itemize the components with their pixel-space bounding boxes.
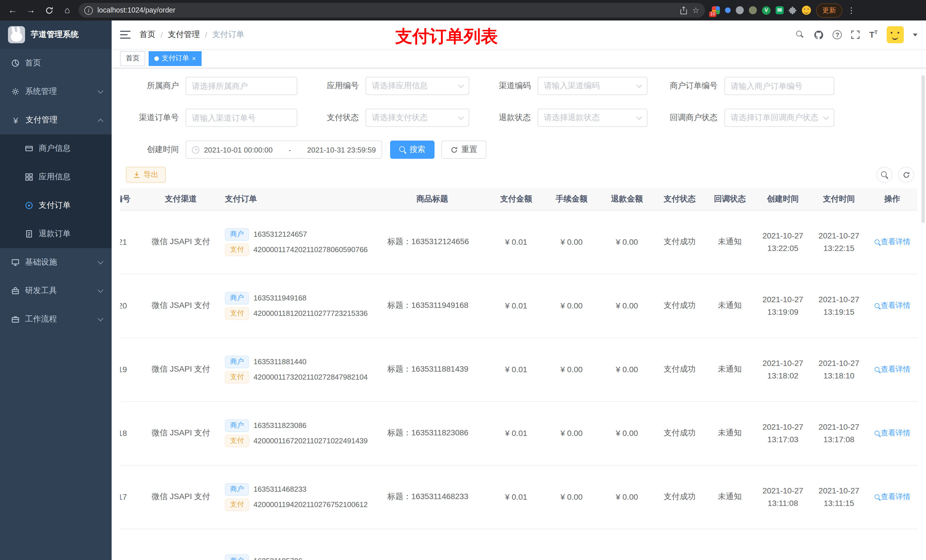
cell-id: 17 bbox=[120, 465, 139, 529]
extension-olive-icon[interactable] bbox=[749, 6, 757, 14]
url-text[interactable]: localhost:1024/pay/order bbox=[97, 6, 676, 14]
font-size-icon[interactable]: TT bbox=[869, 30, 878, 40]
sidebar-item-refund-order[interactable]: 退款订单 bbox=[0, 220, 112, 248]
main-area: 首页 / 支付管理 / 支付订单 支付订单列表 ? TT bbox=[112, 21, 926, 560]
extension-notes-icon[interactable] bbox=[776, 6, 784, 14]
export-button[interactable]: 导出 bbox=[126, 167, 166, 183]
sidebar-item-pay-order[interactable]: 支付订单 bbox=[0, 191, 112, 220]
share-icon[interactable] bbox=[680, 6, 688, 15]
cell-notify-status: 未通知 bbox=[705, 401, 755, 465]
search-icon[interactable] bbox=[796, 30, 805, 39]
channel-code-select[interactable]: 请输入渠道编码 bbox=[538, 77, 648, 95]
cell-amount: ¥ 0.01 bbox=[488, 465, 543, 529]
app-no-select[interactable]: 请选择应用信息 bbox=[366, 77, 469, 95]
grid-icon bbox=[25, 173, 33, 181]
browser-reload-icon[interactable] bbox=[42, 3, 56, 17]
merchant-tag: 商户 bbox=[225, 554, 249, 560]
tab-pay-order[interactable]: 支付订单 × bbox=[149, 51, 201, 66]
browser-forward-icon[interactable]: → bbox=[24, 3, 38, 17]
browser-home-icon[interactable]: ⌂ bbox=[61, 3, 74, 17]
order-number: 163531185786 bbox=[253, 556, 303, 560]
sidebar-item-workflow[interactable]: 工作流程 bbox=[0, 305, 112, 334]
sidebar-item-system[interactable]: 系统管理 bbox=[0, 77, 112, 106]
update-button[interactable]: 更新 bbox=[816, 3, 842, 17]
profile-avatar-icon[interactable] bbox=[802, 6, 811, 15]
notify-status-label: 回调商户状态 bbox=[648, 113, 725, 123]
sidebar-toggle-icon[interactable] bbox=[120, 31, 130, 39]
cell-title: 标题：1635311468233 bbox=[376, 465, 489, 529]
search-button[interactable]: 搜索 bbox=[390, 140, 434, 159]
sidebar-item-app-info[interactable]: 应用信息 bbox=[0, 163, 112, 191]
github-icon[interactable] bbox=[814, 30, 824, 39]
cell-pay-status: 支付成功 bbox=[655, 465, 705, 529]
sidebar-item-devtools[interactable]: 研发工具 bbox=[0, 276, 112, 305]
table-row: 17微信 JSAPI 支付商户1635311468233支付4200001194… bbox=[120, 465, 917, 529]
order-number: 4200001174202110278060590766 bbox=[253, 245, 368, 254]
channel-order-no-label: 渠道订单号 bbox=[126, 113, 186, 123]
cell-pay-time: 2021-10-2713:22:15 bbox=[811, 210, 867, 274]
app-title: 芋道管理系统 bbox=[31, 30, 79, 40]
search-icon bbox=[875, 367, 879, 372]
cell-fee: ¥ 0.00 bbox=[544, 274, 599, 338]
vertical-scrollbar[interactable] bbox=[921, 75, 925, 223]
pay-status-select[interactable]: 请选择支付状态 bbox=[366, 109, 469, 127]
user-avatar[interactable] bbox=[887, 26, 904, 43]
orders-table: 编号支付渠道支付订单商品标题支付金额手续金额退款金额支付状态回调状态创建时间支付… bbox=[120, 189, 917, 560]
help-icon[interactable]: ? bbox=[833, 30, 842, 39]
browser-menu-icon[interactable]: ⋮ bbox=[847, 6, 855, 15]
breadcrumb-home[interactable]: 首页 bbox=[139, 30, 156, 40]
active-dot-icon bbox=[154, 56, 159, 60]
cell-empty bbox=[655, 529, 705, 560]
extension-gray-icon[interactable] bbox=[736, 6, 744, 14]
extension-green-check-icon[interactable]: V bbox=[762, 6, 770, 15]
merchant-order-no-label: 商户订单编号 bbox=[648, 81, 725, 91]
cell-amount: ¥ 0.01 bbox=[488, 338, 543, 401]
reset-button[interactable]: 重置 bbox=[441, 140, 486, 159]
create-time-range-input[interactable]: 2021-10-01 00:00:00 - 2021-10-31 23:59:5… bbox=[186, 140, 382, 159]
cell-fee: ¥ 0.00 bbox=[544, 210, 599, 274]
cell-channel: 微信 JSAPI 支付 bbox=[139, 465, 223, 529]
tab-home[interactable]: 首页 bbox=[120, 51, 145, 66]
sidebar-item-pay[interactable]: ¥ 支付管理 bbox=[0, 106, 112, 134]
cell-action: 查看详情 bbox=[867, 274, 917, 338]
refresh-table-button[interactable] bbox=[898, 167, 914, 183]
browser-back-icon[interactable]: ← bbox=[6, 3, 20, 17]
order-number: 1635311823086 bbox=[253, 421, 306, 430]
close-tab-icon[interactable]: × bbox=[192, 55, 196, 62]
notify-status-select[interactable]: 请选择订单回调商户状态 bbox=[725, 109, 834, 127]
view-detail-link[interactable]: 查看详情 bbox=[874, 365, 910, 373]
cell-create-time: 2021-10-2713:22:05 bbox=[755, 210, 811, 274]
merchant-tag: 商户 bbox=[225, 355, 249, 368]
logo[interactable]: 芋道管理系统 bbox=[0, 21, 112, 49]
view-detail-link[interactable]: 查看详情 bbox=[874, 237, 910, 246]
refund-status-select[interactable]: 请选择退款状态 bbox=[538, 109, 648, 127]
sidebar-item-merchant-info[interactable]: 商户信息 bbox=[0, 134, 112, 163]
cell-pay-order: 商户1635311881440支付42000011732021102728479… bbox=[223, 338, 376, 401]
bookmark-star-icon[interactable]: ☆ bbox=[692, 6, 699, 15]
filter-row-3: 创建时间 2021-10-01 00:00:00 - 2021-10-31 23… bbox=[120, 140, 917, 159]
breadcrumb-pay[interactable]: 支付管理 bbox=[168, 30, 200, 40]
tags-view: 首页 支付订单 × bbox=[112, 49, 926, 68]
merchant-input[interactable] bbox=[186, 77, 297, 95]
date-end[interactable]: 2021-10-31 23:59:59 bbox=[307, 145, 376, 154]
cell-pay-time: 2021-10-2713:18:10 bbox=[811, 338, 867, 401]
site-info-icon[interactable]: i bbox=[84, 6, 93, 15]
cell-action: 查看详情 bbox=[867, 338, 917, 401]
cell-action: 查看详情 bbox=[867, 210, 917, 274]
view-detail-link[interactable]: 查看详情 bbox=[874, 492, 910, 501]
extension-puzzle-icon[interactable] bbox=[789, 6, 797, 14]
fullscreen-icon[interactable] bbox=[851, 30, 860, 39]
toggle-search-button[interactable] bbox=[876, 167, 893, 183]
column-header: 退款金额 bbox=[599, 189, 654, 210]
address-bar[interactable]: i localhost:1024/pay/order ☆ bbox=[79, 3, 705, 18]
merchant-order-no-input[interactable] bbox=[725, 77, 834, 95]
view-detail-link[interactable]: 查看详情 bbox=[874, 429, 910, 437]
sidebar-item-home[interactable]: 首页 bbox=[0, 49, 112, 77]
sidebar-item-infra[interactable]: 基础设施 bbox=[0, 248, 112, 276]
extension-blue-icon[interactable] bbox=[725, 8, 731, 13]
date-start[interactable]: 2021-10-01 00:00:00 bbox=[204, 145, 272, 154]
extension-tabs-icon[interactable]: 10 bbox=[712, 6, 720, 14]
user-menu-caret-icon[interactable] bbox=[913, 33, 917, 36]
view-detail-link[interactable]: 查看详情 bbox=[874, 301, 910, 309]
channel-order-no-input[interactable] bbox=[186, 109, 297, 127]
